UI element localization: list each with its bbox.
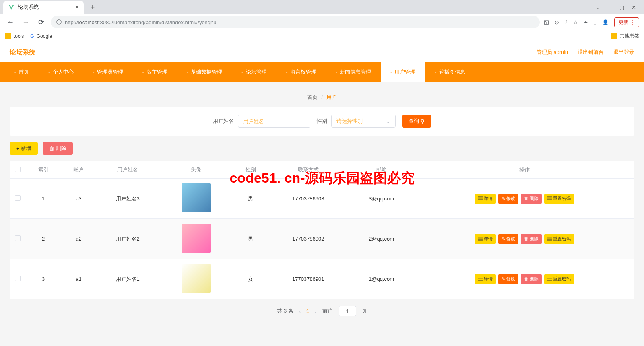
profile-icon[interactable]: 👤 — [602, 19, 609, 25]
reset-pwd-button[interactable]: ▤ 重置密码 — [544, 234, 574, 244]
edit-button[interactable]: ✎ 修改 — [498, 194, 518, 204]
avatar — [182, 183, 211, 212]
column-header: 操作 — [415, 161, 634, 179]
cell-index: 2 — [26, 219, 61, 259]
reset-pwd-button[interactable]: ▤ 重置密码 — [544, 274, 574, 284]
vue-icon — [8, 4, 14, 10]
nav-item-7[interactable]: ▫新闻信息管理 — [326, 62, 381, 82]
cell-index: 3 — [26, 259, 61, 299]
row-delete-button[interactable]: 🗑 删除 — [521, 274, 542, 284]
nav-item-2[interactable]: ▫管理员管理 — [83, 62, 133, 82]
minimize-icon[interactable]: — — [607, 4, 612, 10]
goto-label: 前往 — [322, 307, 333, 315]
key-icon[interactable]: ⚿ — [544, 19, 549, 25]
cell-account: a2 — [61, 219, 96, 259]
google-icon: G — [30, 33, 34, 39]
name-input[interactable] — [238, 115, 310, 128]
cell-name: 用户姓名1 — [96, 259, 159, 299]
row-checkbox[interactable] — [15, 195, 21, 201]
window-controls: ⌄ — ▢ ✕ — [595, 4, 641, 10]
logout-link[interactable]: 退出登录 — [613, 49, 634, 56]
reload-button[interactable]: ⟳ — [35, 18, 47, 27]
detail-button[interactable]: ▤ 详情 — [475, 274, 496, 284]
menu-icon: ▫ — [286, 69, 288, 75]
query-button[interactable]: 查询 ⚲ — [402, 115, 431, 128]
url-input[interactable]: ⓘ http://localhost:8080/luentanxitong/ad… — [51, 16, 540, 28]
page-1[interactable]: 1 — [306, 308, 309, 314]
table-row: 3a1用户姓名1女177037869011@qq.com▤ 详情✎ 修改🗑 删除… — [10, 259, 634, 299]
menu-icon: ▫ — [93, 69, 95, 75]
nav-item-4[interactable]: ▫基础数据管理 — [177, 62, 232, 82]
row-delete-button[interactable]: 🗑 删除 — [521, 194, 542, 204]
breadcrumb-current: 用户 — [326, 94, 337, 100]
browser-tab[interactable]: 论坛系统 × — [3, 1, 84, 14]
plus-icon: + — [16, 146, 19, 152]
edit-button[interactable]: ✎ 修改 — [498, 274, 518, 284]
cell-phone: 17703786902 — [268, 219, 348, 259]
user-table: 索引账户用户姓名头像性别联系方式邮箱操作 1a3用户姓名3男1770378690… — [10, 161, 634, 299]
breadcrumb-home[interactable]: 首页 — [307, 94, 318, 100]
cell-name: 用户姓名2 — [96, 219, 159, 259]
menu-icon: ▫ — [187, 69, 188, 75]
search-icon: ⚲ — [421, 118, 425, 124]
to-front-link[interactable]: 退出到前台 — [578, 49, 604, 56]
maximize-icon[interactable]: ▢ — [619, 4, 624, 10]
menu-icon: ▫ — [242, 69, 243, 75]
row-checkbox[interactable] — [15, 276, 21, 281]
cell-email: 1@qq.com — [348, 259, 415, 299]
folder-icon — [5, 33, 11, 39]
update-button[interactable]: 更新⋮ — [614, 17, 639, 27]
gender-select[interactable]: 请选择性别 ⌄ — [331, 115, 396, 128]
bookmark-google[interactable]: G Google — [30, 33, 52, 39]
nav-item-8[interactable]: ▫用户管理 — [381, 62, 425, 82]
action-bar: + 新增 🗑 删除 — [10, 136, 634, 161]
back-button[interactable]: ← — [5, 18, 16, 27]
panel-icon[interactable]: ▯ — [594, 19, 597, 25]
pagination: 共 3 条 ‹ 1 › 前往 页 — [10, 299, 634, 323]
cell-account: a1 — [61, 259, 96, 299]
nav-item-5[interactable]: ▫论坛管理 — [232, 62, 276, 82]
extensions-icon[interactable]: ✦ — [584, 19, 588, 25]
nav-item-3[interactable]: ▫版主管理 — [133, 62, 177, 82]
menu-icon: ▫ — [390, 69, 392, 75]
column-header: 用户姓名 — [96, 161, 159, 179]
forward-button[interactable]: → — [20, 18, 31, 27]
header-links: 管理员 admin 退出到前台 退出登录 — [537, 49, 634, 56]
bookmark-other[interactable]: 其他书签 — [611, 33, 639, 39]
add-button[interactable]: + 新增 — [10, 142, 38, 155]
nav-item-1[interactable]: ▫个人中心 — [39, 62, 83, 82]
edit-button[interactable]: ✎ 修改 — [498, 234, 518, 244]
url-text: http://localhost:8080/luentanxitong/admi… — [65, 19, 534, 25]
cell-name: 用户姓名3 — [96, 179, 159, 219]
browser-chrome: 论坛系统 × + ⌄ — ▢ ✕ ← → ⟳ ⓘ http://localhos… — [0, 0, 644, 42]
detail-button[interactable]: ▤ 详情 — [475, 194, 496, 204]
nav-item-6[interactable]: ▫留言板管理 — [277, 62, 326, 82]
folder-icon — [611, 33, 617, 39]
row-checkbox[interactable] — [15, 235, 21, 241]
nav-item-9[interactable]: ▫轮播图信息 — [425, 62, 475, 82]
table-row: 1a3用户姓名3男177037869033@qq.com▤ 详情✎ 修改🗑 删除… — [10, 179, 634, 219]
tab-title: 论坛系统 — [18, 4, 39, 11]
detail-button[interactable]: ▤ 详情 — [475, 234, 496, 244]
bookmark-tools[interactable]: tools — [5, 33, 24, 39]
next-page-button[interactable]: › — [315, 308, 316, 314]
select-all-checkbox[interactable] — [15, 167, 21, 172]
close-window-icon[interactable]: ✕ — [632, 4, 636, 10]
reset-pwd-button[interactable]: ▤ 重置密码 — [544, 194, 574, 204]
prev-page-button[interactable]: ‹ — [299, 308, 301, 314]
tab-bar: 论坛系统 × + ⌄ — ▢ ✕ — [0, 0, 644, 14]
bookmarks-bar: tools G Google 其他书签 — [0, 30, 644, 42]
admin-link[interactable]: 管理员 admin — [537, 49, 568, 56]
star-icon[interactable]: ☆ — [573, 19, 578, 25]
pagination-total: 共 3 条 — [277, 307, 293, 315]
search-icon[interactable]: ⊙ — [555, 19, 559, 25]
column-header: 性别 — [233, 161, 268, 179]
close-icon[interactable]: × — [75, 4, 79, 11]
nav-item-0[interactable]: ▫首页 — [5, 62, 39, 82]
share-icon[interactable]: ⤴ — [565, 19, 568, 25]
row-delete-button[interactable]: 🗑 删除 — [521, 234, 542, 244]
goto-input[interactable] — [339, 306, 356, 316]
delete-button[interactable]: 🗑 删除 — [43, 142, 73, 155]
new-tab-button[interactable]: + — [87, 3, 98, 12]
chevron-down-icon[interactable]: ⌄ — [595, 4, 600, 10]
